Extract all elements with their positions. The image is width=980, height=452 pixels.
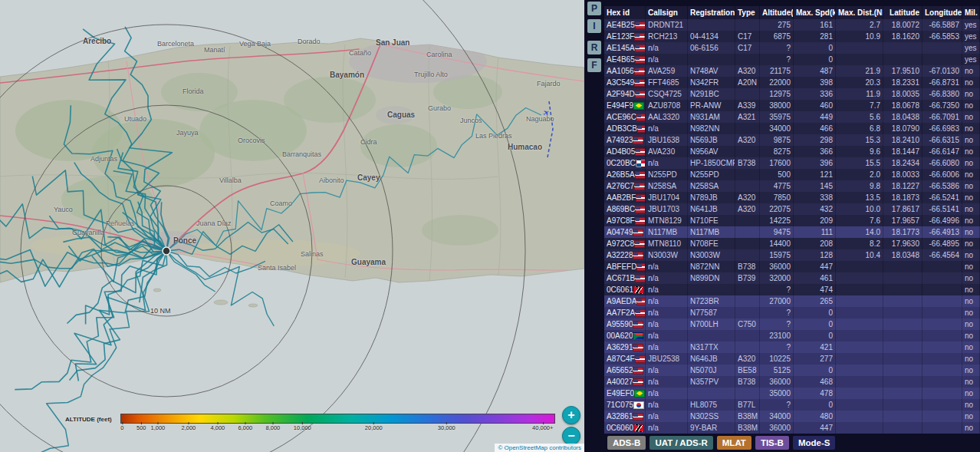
longitude: [922, 341, 962, 353]
registration: [688, 284, 735, 295]
column-header[interactable]: Registration: [688, 6, 735, 19]
flag-us-icon: [634, 240, 645, 248]
aircraft-row[interactable]: AAB2BFJBU1704N789JBA320785033813.518.187…: [604, 192, 980, 203]
type: B738: [735, 157, 760, 169]
aircraft-row[interactable]: A276C7N258SAN258SA47751459.818.1227-66.5…: [604, 180, 980, 192]
side-button-p[interactable]: P: [587, 2, 601, 15]
callsign: n/a: [646, 157, 688, 169]
map-panel[interactable]: ✈ AreciboBarcelonetaManatíVega BajaDorad…: [0, 0, 584, 452]
aircraft-row[interactable]: 71C075n/aHL8075B77L?0no: [604, 399, 980, 411]
aircraft-row[interactable]: A95590n/aN700LHC750?0no: [604, 318, 980, 330]
aircraft-row[interactable]: A97C8FMTN8129N710FE142252097.617.9657-66…: [604, 215, 980, 226]
filter-mlat[interactable]: MLAT: [717, 436, 751, 450]
aircraft-row[interactable]: A2F94DCSQ4725N291BC1297533611.918.0035-6…: [604, 88, 980, 100]
aircraft-row[interactable]: AE123FRCH21304-4134C17687528110.918.1620…: [604, 31, 980, 42]
side-button-r[interactable]: R: [587, 41, 601, 54]
aircraft-row[interactable]: A36291n/aN317TX?421no: [604, 341, 980, 353]
max-speed: 277: [794, 353, 836, 365]
aircraft-row[interactable]: A40027n/aN357PVB73836000468no: [604, 376, 980, 388]
aircraft-row[interactable]: AD4B05AVA230N956AV82753669.618.1447-66.6…: [604, 146, 980, 157]
max-speed: 478: [794, 388, 836, 399]
callsign: n/a: [646, 284, 688, 295]
altitude: 38000: [760, 100, 794, 111]
registration: N708FE: [688, 238, 735, 249]
type: [735, 146, 760, 157]
column-header[interactable]: Altitude(ft): [760, 6, 794, 19]
type: A321: [735, 111, 760, 123]
military: no: [962, 307, 980, 318]
longitude: -66.8380: [922, 88, 962, 100]
column-header[interactable]: Hex id: [604, 6, 646, 19]
aircraft-row[interactable]: A32861n/aN302SSB38M34000480no: [604, 411, 980, 422]
aircraft-row[interactable]: A04749N117MBN117MB947511114.018.1773-66.…: [604, 226, 980, 238]
side-button-f[interactable]: F: [587, 58, 601, 72]
column-header[interactable]: Longitude: [922, 6, 962, 19]
aircraft-row[interactable]: A87C4FJBU2538N646JBA32010225277no: [604, 353, 980, 365]
aircraft-row[interactable]: A869BCJBU1703N641JBA3202207543210.017.86…: [604, 203, 980, 215]
callsign: n/a: [646, 42, 688, 54]
side-button-i[interactable]: I: [587, 19, 601, 33]
aircraft-row[interactable]: 0C6061n/a?474no: [604, 284, 980, 295]
callsign: n/a: [646, 295, 688, 307]
zoom-in-button[interactable]: +: [562, 406, 580, 424]
aircraft-row[interactable]: AC671Bn/aN899DNB73932000461no: [604, 272, 980, 284]
aircraft-row[interactable]: AE4B65n/a?0yes: [604, 54, 980, 65]
aircraft-row[interactable]: A3C549FFT4685N342FRA20N2200039820.318.23…: [604, 77, 980, 88]
aircraft-row[interactable]: A32228N3003WN3003W1597512810.418.0348-66…: [604, 249, 980, 261]
registration: N748AV: [688, 65, 735, 77]
column-header[interactable]: Latitude: [883, 6, 922, 19]
flag-us-icon: [635, 309, 646, 317]
latitude: [883, 388, 922, 399]
max-speed: 298: [794, 134, 836, 146]
aircraft-row[interactable]: AA7F2An/aN77587?0no: [604, 307, 980, 318]
aircraft-row[interactable]: E49EF0n/a35000478no: [604, 388, 980, 399]
column-header[interactable]: Mil.: [962, 6, 980, 19]
altitude: 10225: [760, 353, 794, 365]
hex-id: A972C8: [607, 238, 634, 249]
aircraft-row[interactable]: A26B5AN255PDN255PD5001212.018.0033-66.60…: [604, 169, 980, 180]
filter-tis-b[interactable]: TIS-B: [755, 436, 789, 450]
zoom-out-button[interactable]: −: [562, 427, 580, 445]
aircraft-row[interactable]: AE145An/a06-6156C17?0yes: [604, 42, 980, 54]
aircraft-row[interactable]: 0C20BCn/aHP-1850CMPB7381760039615.518.24…: [604, 157, 980, 169]
aircraft-row[interactable]: AE4B25DRDNT212751612.718.0072-66.5887yes: [604, 19, 980, 31]
registration: N357PV: [688, 376, 735, 388]
latitude: 18.1620: [883, 31, 922, 42]
max-speed: 461: [794, 272, 836, 284]
column-header[interactable]: Max. Spd(kt): [794, 6, 836, 19]
column-header[interactable]: Max. Dist.(NM): [836, 6, 883, 19]
column-header[interactable]: Callsign: [646, 6, 688, 19]
filter-ads-b[interactable]: ADS-B: [607, 436, 646, 450]
aircraft-row[interactable]: A9AEDAn/aN723BR27000265no: [604, 295, 980, 307]
altitude: ?: [760, 54, 794, 65]
filter-uat-ads-r[interactable]: UAT / ADS-R: [649, 436, 712, 450]
aircraft-row[interactable]: E494F9AZU8708PR-ANWA339380004607.718.067…: [604, 100, 980, 111]
aircraft-row[interactable]: AA1056AVA259N748AVA3202117548721.917.951…: [604, 65, 980, 77]
max-speed: 0: [794, 42, 836, 54]
aircraft-row[interactable]: ABFEFDn/aN872NNB73836000447no: [604, 261, 980, 272]
max-speed: 466: [794, 123, 836, 134]
longitude: -66.6006: [922, 169, 962, 180]
registration: N723BR: [688, 295, 735, 307]
type: BE58: [735, 365, 760, 376]
filter-mode-s[interactable]: Mode-S: [793, 436, 836, 450]
hex-id: E49EF0: [607, 388, 634, 399]
callsign: n/a: [646, 411, 688, 422]
aircraft-row[interactable]: ADB3CBn/aN982NN340004666.818.0790-66.698…: [604, 123, 980, 134]
registration: [688, 19, 735, 31]
aircraft-row[interactable]: 0C6060n/a9Y-BARB38M36000447no: [604, 422, 980, 434]
column-header[interactable]: Type: [735, 6, 760, 19]
aircraft-row[interactable]: 00A620n/a231000no: [604, 330, 980, 341]
registration: N255PD: [688, 169, 735, 180]
aircraft-row[interactable]: ACE96CAAL3320N931AMA321359754495.618.043…: [604, 111, 980, 123]
aircraft-row[interactable]: A65652n/aN5070JBE5851250no: [604, 365, 980, 376]
military: yes: [962, 54, 980, 65]
aircraft-row[interactable]: A972C8MTN8110N708FE144002088.217.9630-66…: [604, 238, 980, 249]
map-attribution[interactable]: © OpenStreetMap contributors: [495, 444, 584, 452]
max-distance: [836, 422, 883, 434]
type: B739: [735, 272, 760, 284]
map-canvas[interactable]: ✈: [0, 0, 584, 452]
callsign: FFT4685: [646, 77, 688, 88]
max-distance: 7.7: [836, 100, 883, 111]
aircraft-row[interactable]: A74923JBU1638N569JBA320987529815.318.241…: [604, 134, 980, 146]
